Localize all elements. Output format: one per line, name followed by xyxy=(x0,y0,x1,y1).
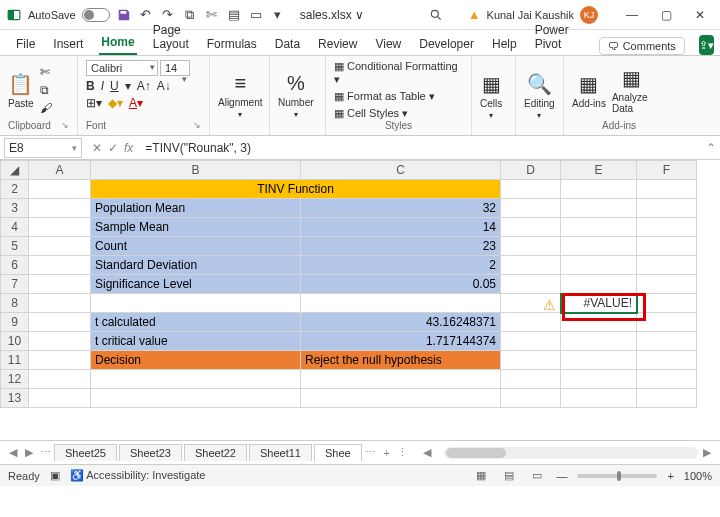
qat-dropdown-icon[interactable]: ▾ xyxy=(270,7,286,23)
zoom-in-icon[interactable]: + xyxy=(667,470,673,482)
open-icon[interactable]: ▭ xyxy=(248,7,264,23)
cell[interactable]: t calculated xyxy=(91,313,301,332)
cell[interactable]: 32 xyxy=(301,199,501,218)
cut-small-icon[interactable]: ✄ xyxy=(40,65,52,79)
tab-help[interactable]: Help xyxy=(490,33,519,55)
row-header[interactable]: 11 xyxy=(1,351,29,370)
format-as-table-button[interactable]: ▦ Format as Table ▾ xyxy=(334,90,435,103)
tab-formulas[interactable]: Formulas xyxy=(205,33,259,55)
fill-color-button[interactable]: ◆▾ xyxy=(108,96,123,110)
cell[interactable]: 0.05 xyxy=(301,275,501,294)
close-button[interactable]: ✕ xyxy=(686,5,714,25)
editing-button[interactable]: 🔍Editing▾ xyxy=(524,72,555,120)
row-header[interactable]: 6 xyxy=(1,256,29,275)
tab-view[interactable]: View xyxy=(373,33,403,55)
cell-E8[interactable]: #VALUE! xyxy=(561,294,637,313)
col-header-A[interactable]: A xyxy=(29,161,91,180)
sheet-tab[interactable]: Sheet23 xyxy=(119,444,182,461)
error-warning-icon[interactable]: ⚠ xyxy=(543,297,556,313)
save-icon[interactable] xyxy=(116,7,132,23)
col-header-C[interactable]: C xyxy=(301,161,501,180)
col-header-F[interactable]: F xyxy=(637,161,697,180)
tab-review[interactable]: Review xyxy=(316,33,359,55)
cell[interactable]: t critical value xyxy=(91,332,301,351)
conditional-formatting-button[interactable]: ▦ Conditional Formatting ▾ xyxy=(334,60,463,86)
font-name-combo[interactable]: Calibri xyxy=(86,60,158,76)
select-all[interactable]: ◢ xyxy=(1,161,29,180)
row-header[interactable]: 3 xyxy=(1,199,29,218)
autosave-toggle[interactable] xyxy=(82,8,110,22)
underline-button[interactable]: U xyxy=(110,79,119,93)
normal-view-icon[interactable]: ▦ xyxy=(472,468,490,484)
cell[interactable]: 23 xyxy=(301,237,501,256)
horizontal-scrollbar[interactable] xyxy=(444,447,698,459)
cell[interactable]: Standard Deviation xyxy=(91,256,301,275)
row-header[interactable]: 9 xyxy=(1,313,29,332)
filename[interactable]: sales.xlsx ∨ xyxy=(300,8,364,22)
fx-icon[interactable]: fx xyxy=(124,141,133,155)
hscroll-left-icon[interactable]: ◀ xyxy=(420,446,434,459)
zoom-slider[interactable] xyxy=(577,474,657,478)
row-header[interactable]: 5 xyxy=(1,237,29,256)
warning-icon[interactable]: ▲ xyxy=(468,7,481,22)
minimize-button[interactable]: — xyxy=(618,5,646,25)
zoom-out-icon[interactable]: — xyxy=(556,470,567,482)
cell[interactable]: 2 xyxy=(301,256,501,275)
expand-formula-bar-icon[interactable]: ⌃ xyxy=(702,141,720,155)
paste-button[interactable]: 📋 Paste xyxy=(8,72,34,109)
clipboard-launcher-icon[interactable]: ↘ xyxy=(61,120,69,133)
name-box[interactable]: E8▾ xyxy=(4,138,82,158)
cell[interactable]: 43.16248371 xyxy=(301,313,501,332)
copy-small-icon[interactable]: ⧉ xyxy=(40,83,52,97)
tab-page-layout[interactable]: Page Layout xyxy=(151,19,191,55)
tab-developer[interactable]: Developer xyxy=(417,33,476,55)
cell-styles-button[interactable]: ▦ Cell Styles ▾ xyxy=(334,107,408,120)
cell[interactable]: Count xyxy=(91,237,301,256)
cancel-icon[interactable]: ✕ xyxy=(92,141,102,155)
row-header[interactable]: 8 xyxy=(1,294,29,313)
zoom-level[interactable]: 100% xyxy=(684,470,712,482)
cell[interactable]: Sample Mean xyxy=(91,218,301,237)
decrease-font-icon[interactable]: A↓ xyxy=(157,79,171,93)
cell[interactable]: Significance Level xyxy=(91,275,301,294)
user-avatar[interactable]: KJ xyxy=(580,6,598,24)
tab-insert[interactable]: Insert xyxy=(51,33,85,55)
row-header[interactable]: 2 xyxy=(1,180,29,199)
cell[interactable]: Decision xyxy=(91,351,301,370)
share-button[interactable]: ⇪▾ xyxy=(699,35,714,55)
search-icon[interactable] xyxy=(428,7,444,23)
accessibility-status[interactable]: ♿ Accessibility: Investigate xyxy=(70,469,206,482)
font-color-button[interactable]: A▾ xyxy=(129,96,143,110)
hscroll-right-icon[interactable]: ▶ xyxy=(700,446,714,459)
spreadsheet-grid[interactable]: ◢ A B C D E F 2TINV Function 3Population… xyxy=(0,160,720,440)
number-button[interactable]: %Number▾ xyxy=(278,72,314,119)
tab-file[interactable]: File xyxy=(14,33,37,55)
bold-button[interactable]: B xyxy=(86,79,95,93)
addins-button[interactable]: ▦Add-ins xyxy=(572,72,606,109)
col-header-B[interactable]: B xyxy=(91,161,301,180)
row-header[interactable]: 7 xyxy=(1,275,29,294)
page-break-view-icon[interactable]: ▭ xyxy=(528,468,546,484)
tab-nav-next-icon[interactable]: ▶ xyxy=(22,446,36,459)
row-header[interactable]: 10 xyxy=(1,332,29,351)
tab-data[interactable]: Data xyxy=(273,33,302,55)
comments-button[interactable]: 🗨 Comments xyxy=(599,37,685,55)
tab-nav-more-icon[interactable]: ⋯ xyxy=(38,446,52,459)
font-size-combo[interactable]: 14 xyxy=(160,60,190,76)
sheet-tab[interactable]: Sheet25 xyxy=(54,444,117,461)
page-layout-view-icon[interactable]: ▤ xyxy=(500,468,518,484)
cell-title[interactable]: TINV Function xyxy=(91,180,501,199)
format-painter-icon[interactable]: 🖌 xyxy=(40,101,52,115)
font-launcher-icon[interactable]: ↘ xyxy=(193,120,201,133)
maximize-button[interactable]: ▢ xyxy=(652,5,680,25)
sheet-tab[interactable]: Sheet11 xyxy=(249,444,312,461)
sheet-tab-active[interactable]: Shee xyxy=(314,444,362,462)
border-button[interactable]: ⊞▾ xyxy=(86,96,102,110)
cells-button[interactable]: ▦Cells▾ xyxy=(480,72,502,120)
tab-power-pivot[interactable]: Power Pivot xyxy=(533,19,571,55)
cut-icon[interactable]: ✄ xyxy=(204,7,220,23)
cell[interactable]: Reject the null hypothesis xyxy=(301,351,501,370)
sheet-tab[interactable]: Sheet22 xyxy=(184,444,247,461)
new-icon[interactable]: ▤ xyxy=(226,7,242,23)
formula-input[interactable]: =TINV("Rounak", 3) xyxy=(139,141,702,155)
